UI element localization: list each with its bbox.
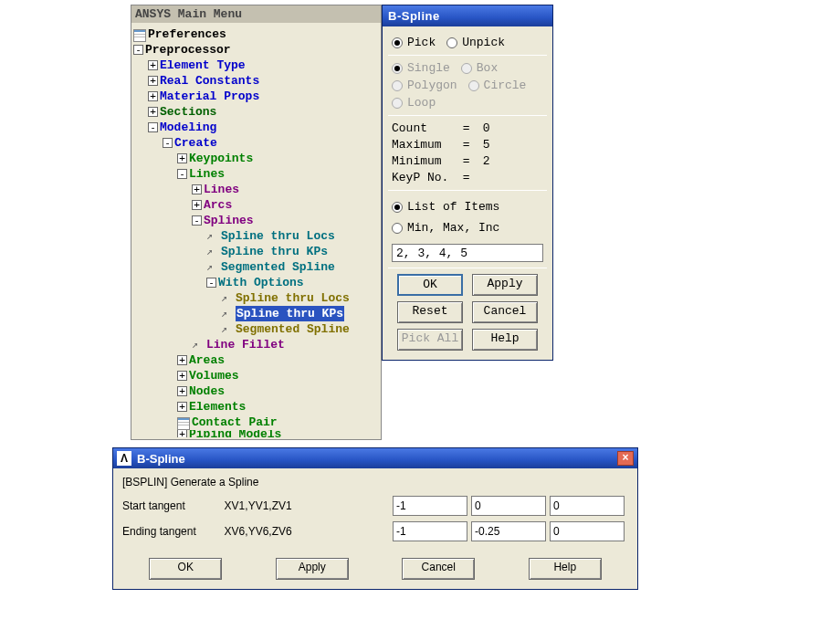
tree-item[interactable]: -Create <box>133 135 379 151</box>
stat-minimum-label: Minimum <box>392 154 456 168</box>
tree-item-label: With Options <box>218 275 304 290</box>
apply-button[interactable]: Apply <box>472 274 538 296</box>
equals-sign: = <box>463 171 476 184</box>
radio-dot-icon <box>468 80 479 91</box>
collapse-icon[interactable]: - <box>148 122 158 132</box>
tree-item[interactable]: -With Options <box>133 275 379 290</box>
shape-row-3: Loop <box>392 96 543 110</box>
equals-sign: = <box>463 121 476 135</box>
tree-item[interactable]: +Nodes <box>133 383 379 399</box>
pick-buttons-row-1: OK Apply <box>392 274 543 296</box>
radio-min-max-inc[interactable]: Min, Max, Inc <box>392 221 499 235</box>
form-row-label: Ending tangent <box>122 525 225 538</box>
pick-all-button[interactable]: Pick All <box>397 329 463 351</box>
bspline-form-dialog: Λ B-Spline × [BSPLIN] Generate a Spline … <box>112 447 638 590</box>
tree-item[interactable]: +Real Constants <box>133 73 379 89</box>
tangent-input[interactable] <box>471 521 546 541</box>
close-icon[interactable]: × <box>617 451 634 466</box>
tangent-input[interactable] <box>393 496 467 516</box>
collapse-icon[interactable]: - <box>206 278 216 288</box>
tree-item[interactable]: ↗Spline thru KPs <box>133 244 379 259</box>
stat-keypno: KeyP No. = <box>392 171 543 184</box>
expand-icon[interactable]: + <box>192 184 202 194</box>
form-row-vars: XV1,YV1,ZV1 <box>225 499 393 512</box>
tree-item[interactable]: +Keypoints <box>133 151 379 166</box>
expand-icon[interactable]: + <box>177 153 187 163</box>
expand-icon[interactable]: + <box>177 386 187 396</box>
expand-icon[interactable]: + <box>148 107 158 117</box>
expand-icon[interactable]: + <box>177 402 187 412</box>
tree-item[interactable]: -Splines <box>133 213 379 228</box>
tree-item-label: Element Type <box>160 58 246 73</box>
tangent-input[interactable] <box>471 496 546 516</box>
tree-item[interactable]: ↗Spline thru KPs <box>133 306 379 321</box>
form-row-label: Start tangent <box>122 499 225 512</box>
divider <box>388 268 547 268</box>
tree-item-label: Sections <box>160 104 216 120</box>
expand-icon[interactable]: + <box>148 60 158 70</box>
tree-item[interactable]: +Arcs <box>133 197 379 213</box>
expand-icon[interactable]: + <box>148 76 158 86</box>
tree-item[interactable]: ↗Spline thru Locs <box>133 228 379 244</box>
ok-button[interactable]: OK <box>149 558 222 580</box>
tree-item[interactable]: +Sections <box>133 104 379 120</box>
tree-item-label: Spline thru Locs <box>236 290 350 306</box>
tree-item-label: Spline thru Locs <box>221 228 335 244</box>
tree-item[interactable]: -Preprocessor <box>133 42 379 58</box>
radio-circle-label: Circle <box>484 79 527 92</box>
tree-item[interactable]: +Elements <box>133 399 379 415</box>
expand-icon[interactable]: + <box>177 371 187 381</box>
action-arrow-icon: ↗ <box>206 231 219 242</box>
bspline-pick-dialog: B-Spline Pick Unpick Single Box <box>382 5 553 361</box>
tree-item[interactable]: +Areas <box>133 352 379 368</box>
tangent-input[interactable] <box>550 496 625 516</box>
radio-dot-icon <box>392 202 403 213</box>
form-row: Start tangentXV1,YV1,ZV1 <box>122 496 628 516</box>
stat-minimum-value: 2 <box>483 154 490 168</box>
collapse-icon[interactable]: - <box>133 45 143 55</box>
tree-item[interactable]: Contact Pair <box>133 415 379 430</box>
collapse-icon[interactable]: - <box>192 215 202 226</box>
expand-icon[interactable]: + <box>192 200 202 210</box>
collapse-icon[interactable]: - <box>163 138 173 148</box>
cancel-button[interactable]: Cancel <box>472 301 538 323</box>
expand-icon[interactable]: + <box>177 355 187 365</box>
help-button[interactable]: Help <box>529 558 602 580</box>
tree-item[interactable]: ↗Segmented Spline <box>133 259 379 275</box>
radio-pick[interactable]: Pick <box>392 36 436 49</box>
radio-dot-icon <box>392 98 403 109</box>
form-command-label: [BSPLIN] Generate a Spline <box>122 476 628 488</box>
tree-item[interactable]: -Modeling <box>133 120 379 135</box>
equals-sign: = <box>463 154 476 168</box>
tree-item[interactable]: +Volumes <box>133 368 379 383</box>
pick-list-input[interactable] <box>392 244 543 262</box>
tree-item[interactable]: ↗Line Fillet <box>133 337 379 352</box>
tree-item[interactable]: +Element Type <box>133 58 379 73</box>
help-button[interactable]: Help <box>472 329 538 351</box>
ansys-app-icon: Λ <box>117 451 131 466</box>
expand-icon[interactable]: + <box>177 430 187 437</box>
form-row: Ending tangentXV6,YV6,ZV6 <box>122 521 628 541</box>
ok-button[interactable]: OK <box>397 274 463 296</box>
reset-button[interactable]: Reset <box>397 301 463 323</box>
tree-item[interactable]: -Lines <box>133 166 379 182</box>
radio-unpick[interactable]: Unpick <box>446 36 505 49</box>
collapse-icon[interactable]: - <box>177 169 187 179</box>
tree-item[interactable]: +Lines <box>133 182 379 197</box>
radio-loop: Loop <box>392 96 436 110</box>
tree-item[interactable]: +Material Props <box>133 89 379 104</box>
radio-list-of-items[interactable]: List of Items <box>392 200 499 214</box>
cancel-button[interactable]: Cancel <box>402 558 475 580</box>
action-arrow-icon: ↗ <box>221 324 234 335</box>
tangent-input[interactable] <box>393 521 467 541</box>
tangent-input[interactable] <box>550 521 625 541</box>
apply-button[interactable]: Apply <box>276 558 349 580</box>
main-menu-panel: ANSYS Main Menu Preferences-Preprocessor… <box>131 5 382 440</box>
tree-item[interactable]: +Piping Models <box>133 430 379 437</box>
form-title-bar: Λ B-Spline × <box>113 448 637 468</box>
tree-item[interactable]: Preferences <box>133 26 379 42</box>
tree-item[interactable]: ↗Segmented Spline <box>133 321 379 337</box>
tree-item[interactable]: ↗Spline thru Locs <box>133 290 379 306</box>
equals-sign: = <box>463 138 476 152</box>
expand-icon[interactable]: + <box>148 91 158 101</box>
